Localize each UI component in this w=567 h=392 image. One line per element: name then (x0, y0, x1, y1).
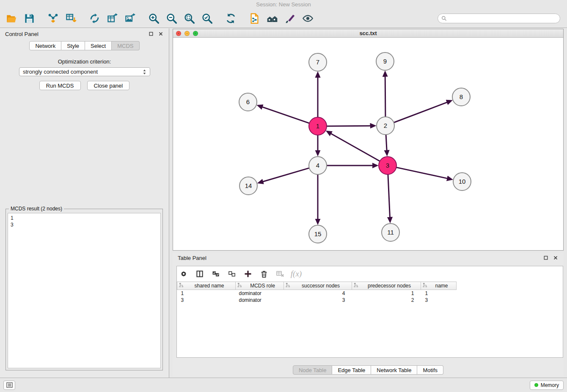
table-cell[interactable]: dominator (236, 297, 284, 304)
table-row[interactable]: 3dominator323 (177, 297, 563, 304)
svg-text:7: 7 (316, 58, 319, 66)
window-titlebar: Session: New Session (0, 0, 567, 9)
column-header-filler (457, 282, 563, 290)
import-table-icon[interactable] (63, 12, 78, 25)
control-panel: Control Panel NetworkStyleSelectMCDS Opt… (0, 28, 169, 378)
graph-node-8[interactable]: 8 (452, 88, 470, 106)
graph-edge-2-8[interactable] (394, 102, 448, 122)
export-table-icon[interactable] (105, 12, 119, 25)
table-panel: Table Panel f(x) shared nameMCDS rolesuc… (173, 252, 564, 377)
network-window-titlebar[interactable]: × − + scc.txt (173, 29, 563, 38)
table-header-row: shared nameMCDS rolesuccessor nodesprede… (177, 282, 563, 290)
table-cell[interactable]: 3 (284, 297, 352, 304)
graph-node-2[interactable]: 2 (377, 117, 394, 135)
column-tree-icon (354, 283, 360, 289)
table-cell[interactable]: 2 (352, 297, 421, 304)
show-hide-panel-icon[interactable] (300, 12, 315, 25)
table-cell[interactable]: 3 (421, 297, 457, 304)
column-header-label: predecessor nodes (360, 283, 419, 289)
tab-network[interactable]: Network (29, 41, 61, 50)
zoom-fit-icon[interactable] (182, 12, 196, 25)
tab-style[interactable]: Style (61, 41, 85, 50)
deselect-all-icon[interactable] (227, 269, 237, 279)
graph-edge-1-6[interactable] (262, 107, 309, 123)
annotation-icon[interactable] (283, 12, 297, 25)
layout-document-icon[interactable] (247, 12, 261, 25)
add-column-icon[interactable] (243, 269, 253, 279)
search-icon (441, 16, 447, 21)
graph-node-6[interactable]: 6 (239, 93, 257, 111)
function-builder-icon[interactable]: f(x) (291, 269, 301, 279)
run-mcds-button[interactable]: Run MCDS (39, 81, 81, 90)
export-image-icon[interactable] (123, 12, 137, 25)
table-row[interactable]: 1dominator411 (177, 290, 563, 297)
close-panel-button[interactable]: Close panel (87, 81, 130, 90)
column-header-name[interactable]: name (421, 282, 457, 290)
minimize-window-icon[interactable]: − (184, 31, 190, 36)
zoom-selected-icon[interactable] (200, 12, 214, 25)
memory-button-label: Memory (541, 382, 559, 388)
tab-select[interactable]: Select (85, 41, 112, 50)
first-neighbors-icon[interactable] (265, 12, 279, 25)
delete-table-icon[interactable] (275, 269, 285, 279)
close-table-panel-icon[interactable] (553, 255, 559, 261)
optimization-criterion-label: Optimization criterion: (0, 58, 169, 65)
table-cell[interactable]: 1 (421, 290, 457, 297)
graph-edge-2-9[interactable] (385, 76, 385, 117)
export-network-icon[interactable] (87, 12, 102, 25)
column-header-mcds-role[interactable]: MCDS role (236, 282, 284, 290)
float-table-panel-icon[interactable] (543, 255, 549, 261)
mcds-result-list[interactable]: 13 (8, 213, 161, 368)
graph-node-1[interactable]: 1 (309, 117, 327, 135)
search-box[interactable] (438, 14, 560, 23)
table-tab-edge-table[interactable]: Edge Table (332, 365, 371, 375)
table-tab-node-table[interactable]: Node Table (293, 365, 333, 375)
optimization-select[interactable]: strongly connected component (19, 67, 150, 76)
graph-edge-4-14[interactable] (263, 168, 309, 182)
show-panels-icon[interactable] (3, 381, 15, 390)
graph-edge-3-1[interactable] (331, 133, 380, 161)
column-tree-icon (423, 283, 429, 289)
select-all-icon[interactable] (211, 269, 221, 279)
graph-node-14[interactable]: 14 (239, 177, 257, 195)
zoom-out-icon[interactable] (164, 12, 179, 25)
table-tab-motifs[interactable]: Motifs (417, 365, 443, 375)
table-tab-network-table[interactable]: Network Table (371, 365, 417, 375)
graph-node-15[interactable]: 15 (309, 225, 327, 243)
save-session-icon[interactable] (22, 12, 36, 25)
table-cell[interactable]: dominator (236, 290, 284, 297)
tab-mcds[interactable]: MCDS (112, 41, 139, 50)
column-header-predecessor-nodes[interactable]: predecessor nodes (352, 282, 421, 290)
network-canvas[interactable]: 7968124314101511 (173, 38, 563, 250)
graph-node-9[interactable]: 9 (376, 52, 394, 70)
zoom-in-icon[interactable] (146, 12, 161, 25)
graph-edge-3-10[interactable] (396, 167, 448, 178)
zoom-window-icon[interactable]: + (193, 31, 198, 36)
graph-edge-2-3[interactable] (386, 135, 387, 151)
table-cell[interactable]: 3 (177, 297, 236, 304)
memory-button[interactable]: Memory (530, 381, 564, 390)
import-network-icon[interactable] (46, 12, 60, 25)
table-cell[interactable]: 1 (177, 290, 236, 297)
graph-node-11[interactable]: 11 (382, 224, 399, 241)
settings-gear-icon[interactable] (179, 269, 189, 279)
refresh-layout-icon[interactable] (223, 12, 238, 25)
column-header-successor-nodes[interactable]: successor nodes (284, 282, 352, 290)
close-panel-icon[interactable] (158, 31, 164, 37)
graph-node-4[interactable]: 4 (309, 157, 327, 174)
table-cell[interactable]: 4 (284, 290, 352, 297)
column-visibility-icon[interactable] (195, 269, 205, 279)
graph-node-7[interactable]: 7 (309, 53, 327, 71)
table-cell[interactable]: 1 (352, 290, 421, 297)
graph-edge-3-11[interactable] (388, 174, 390, 218)
column-header-shared-name[interactable]: shared name (177, 282, 236, 290)
window-traffic-lights: × − + (176, 31, 198, 36)
delete-column-icon[interactable] (259, 269, 269, 279)
graph-node-3[interactable]: 3 (379, 157, 396, 174)
open-file-icon[interactable] (4, 12, 19, 25)
close-window-icon[interactable]: × (176, 31, 181, 36)
search-input[interactable] (449, 16, 556, 22)
float-panel-icon[interactable] (148, 31, 154, 37)
graph-node-10[interactable]: 10 (453, 173, 471, 190)
graph-edge-1-2[interactable] (327, 126, 371, 126)
